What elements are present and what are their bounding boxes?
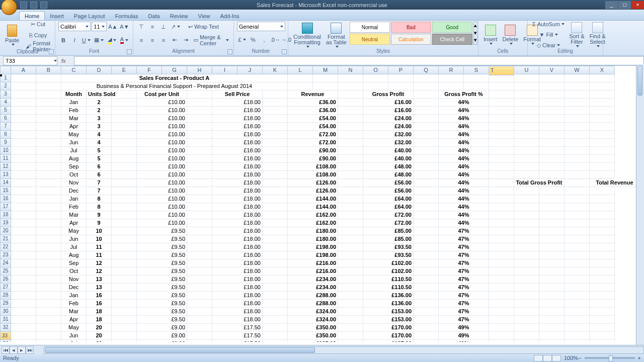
delete-cells-button[interactable]: Delete (501, 24, 521, 46)
autosum-button[interactable]: Σ AutoSum (531, 19, 566, 29)
fill-button[interactable]: ▼ Fill (531, 30, 566, 40)
col-header-H[interactable]: H (187, 66, 212, 74)
sort-filter-button[interactable]: Sort & Filter (567, 21, 587, 48)
tab-data[interactable]: Data (143, 12, 165, 20)
zoom-slider[interactable] (585, 357, 635, 359)
row-header-4[interactable]: 4 (0, 99, 11, 107)
grow-font-button[interactable]: A▲ (108, 22, 118, 32)
style-good[interactable]: Good (432, 22, 472, 33)
clipboard-dialog-launcher[interactable] (49, 49, 54, 54)
increase-indent-button[interactable]: ⇥ (181, 35, 191, 45)
font-name-select[interactable]: Calibri (58, 22, 91, 31)
font-dialog-launcher[interactable] (127, 49, 132, 54)
col-header-U[interactable]: U (514, 66, 539, 74)
col-header-V[interactable]: V (539, 66, 565, 74)
tab-view[interactable]: View (193, 12, 215, 20)
italic-button[interactable]: I (69, 35, 79, 45)
row-header-30[interactable]: 30 (0, 308, 11, 316)
qat-save-icon[interactable] (20, 2, 27, 9)
copy-button[interactable]: ⎘ Copy (24, 30, 52, 40)
row-header-32[interactable]: 32 (0, 324, 11, 332)
col-header-D[interactable]: D (87, 66, 112, 74)
col-header-F[interactable]: F (137, 66, 162, 74)
row-header-14[interactable]: 14 (0, 179, 11, 187)
zoom-level[interactable]: 100% (564, 355, 578, 361)
row-header-33[interactable]: 33 (0, 332, 11, 340)
col-header-N[interactable]: N (338, 66, 363, 74)
zoom-in-button[interactable]: + (638, 355, 641, 361)
row-header-8[interactable]: 8 (0, 131, 11, 139)
col-header-G[interactable]: G (162, 66, 187, 74)
orientation-button[interactable]: ↗ (170, 22, 182, 32)
col-header-Q[interactable]: Q (414, 66, 439, 74)
row-header-13[interactable]: 13 (0, 171, 11, 179)
align-middle-button[interactable]: ≡ (147, 22, 157, 32)
vscroll-thumb[interactable] (637, 65, 642, 96)
row-header-21[interactable]: 21 (0, 235, 11, 243)
row-header-17[interactable]: 17 (0, 203, 11, 211)
row-header-28[interactable]: 28 (0, 292, 11, 300)
row-header-20[interactable]: 20 (0, 227, 11, 235)
number-format-select[interactable]: General (237, 22, 285, 31)
col-header-E[interactable]: E (112, 66, 137, 74)
row-header-31[interactable]: 31 (0, 316, 11, 324)
row-header-34[interactable]: 34 (0, 340, 11, 342)
select-all-corner[interactable] (0, 66, 11, 74)
qat-undo-icon[interactable] (30, 2, 37, 9)
tab-page-layout[interactable]: Page Layout (69, 12, 110, 20)
col-header-K[interactable]: K (263, 66, 288, 74)
row-header-27[interactable]: 27 (0, 284, 11, 292)
worksheet[interactable]: 1234567891011121314151617181920212223242… (0, 74, 644, 342)
cell-styles-gallery[interactable]: NormalBadGoodNeutralCalculationCheck Cel… (350, 22, 472, 45)
col-header-A[interactable]: A (11, 66, 36, 74)
maximize-button[interactable]: □ (618, 1, 631, 9)
col-header-J[interactable]: J (237, 66, 263, 74)
row-header-26[interactable]: 26 (0, 276, 11, 284)
col-header-I[interactable]: I (212, 66, 237, 74)
tab-formulas[interactable]: Formulas (110, 12, 143, 20)
row-header-1[interactable]: 1 (0, 74, 11, 82)
col-header-X[interactable]: X (590, 66, 615, 74)
row-header-6[interactable]: 6 (0, 115, 11, 123)
close-button[interactable]: × (631, 1, 644, 9)
number-dialog-launcher[interactable] (282, 49, 287, 54)
row-header-3[interactable]: 3 (0, 90, 11, 99)
align-right-button[interactable]: ≡ (158, 35, 169, 45)
style-normal[interactable]: Normal (350, 22, 390, 33)
underline-button[interactable]: U (80, 35, 92, 45)
accounting-format-button[interactable]: £ (237, 35, 247, 45)
row-header-2[interactable]: 2 (0, 82, 11, 90)
tab-nav-last-icon[interactable]: ⏭ (26, 346, 34, 354)
row-header-19[interactable]: 19 (0, 219, 11, 227)
row-header-16[interactable]: 16 (0, 195, 11, 203)
tab-nav-next-icon[interactable]: ▸ (18, 346, 26, 354)
fx-icon[interactable]: fx (61, 58, 66, 64)
row-header-25[interactable]: 25 (0, 267, 11, 276)
wrap-text-button[interactable]: ↩ Wrap Text (187, 22, 226, 32)
tab-review[interactable]: Review (165, 12, 193, 20)
cut-button[interactable]: ✂ Cut (24, 19, 52, 29)
row-header-5[interactable]: 5 (0, 107, 11, 115)
merge-center-button[interactable]: ▭ Merge & Center (192, 35, 230, 45)
row-header-12[interactable]: 12 (0, 163, 11, 171)
gallery-up-icon[interactable]: ▴ (474, 22, 477, 30)
format-as-table-button[interactable]: Format as Table (324, 22, 349, 49)
tab-nav-prev-icon[interactable]: ◂ (10, 346, 18, 354)
fill-color-button[interactable]: ◢ (106, 35, 118, 45)
font-color-button[interactable]: A (119, 35, 130, 45)
align-center-button[interactable]: ≡ (147, 35, 157, 45)
border-button[interactable]: ▦ (93, 35, 106, 45)
qat-redo-icon[interactable] (40, 2, 47, 9)
col-header-S[interactable]: S (464, 66, 489, 74)
row-header-7[interactable]: 7 (0, 123, 11, 131)
vertical-scrollbar[interactable] (636, 64, 644, 345)
col-header-W[interactable]: W (565, 66, 590, 74)
paste-button[interactable]: Paste (3, 24, 21, 47)
find-select-button[interactable]: Find & Select (588, 21, 608, 48)
col-header-B[interactable]: B (36, 66, 61, 74)
zoom-out-button[interactable]: − (578, 355, 581, 361)
percent-button[interactable]: % (248, 35, 258, 45)
row-header-15[interactable]: 15 (0, 187, 11, 195)
gallery-down-icon[interactable]: ▾ (474, 30, 477, 37)
name-box[interactable]: T33 (3, 56, 57, 65)
